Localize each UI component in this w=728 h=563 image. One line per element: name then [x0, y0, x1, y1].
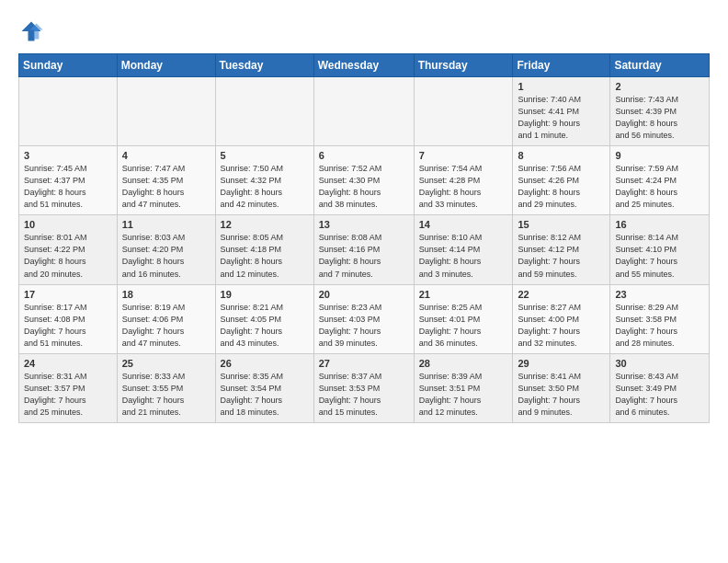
calendar-cell — [313, 77, 414, 146]
calendar-cell: 9Sunrise: 7:59 AM Sunset: 4:24 PM Daylig… — [610, 146, 710, 215]
calendar-cell: 13Sunrise: 8:08 AM Sunset: 4:16 PM Dayli… — [313, 215, 414, 284]
col-header-thursday: Thursday — [414, 54, 513, 77]
calendar-cell: 23Sunrise: 8:29 AM Sunset: 3:58 PM Dayli… — [610, 284, 710, 353]
calendar: SundayMondayTuesdayWednesdayThursdayFrid… — [18, 53, 710, 423]
day-number: 21 — [419, 289, 508, 300]
day-number: 23 — [615, 289, 704, 300]
day-number: 27 — [319, 358, 409, 369]
day-info: Sunrise: 8:31 AM Sunset: 3:57 PM Dayligh… — [24, 371, 112, 419]
day-number: 24 — [24, 358, 112, 369]
calendar-cell: 10Sunrise: 8:01 AM Sunset: 4:22 PM Dayli… — [19, 215, 118, 284]
calendar-cell: 29Sunrise: 8:41 AM Sunset: 3:50 PM Dayli… — [513, 353, 610, 422]
col-header-wednesday: Wednesday — [313, 54, 414, 77]
day-info: Sunrise: 8:21 AM Sunset: 4:05 PM Dayligh… — [221, 302, 309, 350]
calendar-cell: 19Sunrise: 8:21 AM Sunset: 4:05 PM Dayli… — [215, 284, 313, 353]
calendar-cell — [117, 77, 215, 146]
calendar-cell: 21Sunrise: 8:25 AM Sunset: 4:01 PM Dayli… — [414, 284, 513, 353]
calendar-cell: 20Sunrise: 8:23 AM Sunset: 4:03 PM Dayli… — [313, 284, 414, 353]
day-number: 16 — [615, 219, 704, 230]
calendar-cell: 2Sunrise: 7:43 AM Sunset: 4:39 PM Daylig… — [610, 77, 710, 146]
calendar-cell: 4Sunrise: 7:47 AM Sunset: 4:35 PM Daylig… — [117, 146, 215, 215]
calendar-cell: 6Sunrise: 7:52 AM Sunset: 4:30 PM Daylig… — [313, 146, 414, 215]
calendar-cell: 15Sunrise: 8:12 AM Sunset: 4:12 PM Dayli… — [513, 215, 610, 284]
day-number: 25 — [122, 358, 210, 369]
col-header-friday: Friday — [513, 54, 610, 77]
calendar-cell: 24Sunrise: 8:31 AM Sunset: 3:57 PM Dayli… — [19, 353, 118, 422]
calendar-cell — [414, 77, 513, 146]
day-number: 28 — [419, 358, 508, 369]
calendar-cell: 14Sunrise: 8:10 AM Sunset: 4:14 PM Dayli… — [414, 215, 513, 284]
day-info: Sunrise: 8:29 AM Sunset: 3:58 PM Dayligh… — [615, 302, 704, 350]
day-info: Sunrise: 8:41 AM Sunset: 3:50 PM Dayligh… — [518, 371, 605, 419]
day-info: Sunrise: 7:45 AM Sunset: 4:37 PM Dayligh… — [24, 163, 112, 211]
calendar-cell: 18Sunrise: 8:19 AM Sunset: 4:06 PM Dayli… — [117, 284, 215, 353]
day-info: Sunrise: 8:25 AM Sunset: 4:01 PM Dayligh… — [419, 302, 508, 350]
day-number: 1 — [518, 81, 605, 92]
day-info: Sunrise: 8:05 AM Sunset: 4:18 PM Dayligh… — [221, 232, 309, 280]
calendar-cell: 22Sunrise: 8:27 AM Sunset: 4:00 PM Dayli… — [513, 284, 610, 353]
day-number: 6 — [319, 150, 409, 161]
day-number: 5 — [221, 150, 309, 161]
calendar-cell: 26Sunrise: 8:35 AM Sunset: 3:54 PM Dayli… — [215, 353, 313, 422]
day-info: Sunrise: 8:01 AM Sunset: 4:22 PM Dayligh… — [24, 232, 112, 280]
day-info: Sunrise: 8:08 AM Sunset: 4:16 PM Dayligh… — [319, 232, 409, 280]
day-info: Sunrise: 7:43 AM Sunset: 4:39 PM Dayligh… — [615, 94, 704, 142]
day-number: 22 — [518, 289, 605, 300]
day-info: Sunrise: 7:52 AM Sunset: 4:30 PM Dayligh… — [319, 163, 409, 211]
col-header-monday: Monday — [117, 54, 215, 77]
col-header-tuesday: Tuesday — [215, 54, 313, 77]
day-number: 19 — [221, 289, 309, 300]
day-number: 30 — [615, 358, 704, 369]
day-number: 17 — [24, 289, 112, 300]
logo-icon — [18, 18, 44, 44]
calendar-cell: 28Sunrise: 8:39 AM Sunset: 3:51 PM Dayli… — [414, 353, 513, 422]
week-row-0: 1Sunrise: 7:40 AM Sunset: 4:41 PM Daylig… — [19, 77, 710, 146]
calendar-cell: 8Sunrise: 7:56 AM Sunset: 4:26 PM Daylig… — [513, 146, 610, 215]
calendar-cell — [215, 77, 313, 146]
day-number: 2 — [615, 81, 704, 92]
day-number: 20 — [319, 289, 409, 300]
calendar-cell: 27Sunrise: 8:37 AM Sunset: 3:53 PM Dayli… — [313, 353, 414, 422]
day-info: Sunrise: 8:39 AM Sunset: 3:51 PM Dayligh… — [419, 371, 508, 419]
day-info: Sunrise: 8:03 AM Sunset: 4:20 PM Dayligh… — [122, 232, 210, 280]
day-info: Sunrise: 8:23 AM Sunset: 4:03 PM Dayligh… — [319, 302, 409, 350]
day-number: 4 — [122, 150, 210, 161]
day-info: Sunrise: 7:47 AM Sunset: 4:35 PM Dayligh… — [122, 163, 210, 211]
week-row-4: 24Sunrise: 8:31 AM Sunset: 3:57 PM Dayli… — [19, 353, 710, 422]
day-number: 8 — [518, 150, 605, 161]
week-row-1: 3Sunrise: 7:45 AM Sunset: 4:37 PM Daylig… — [19, 146, 710, 215]
day-number: 3 — [24, 150, 112, 161]
calendar-cell: 1Sunrise: 7:40 AM Sunset: 4:41 PM Daylig… — [513, 77, 610, 146]
day-info: Sunrise: 8:35 AM Sunset: 3:54 PM Dayligh… — [221, 371, 309, 419]
day-info: Sunrise: 8:27 AM Sunset: 4:00 PM Dayligh… — [518, 302, 605, 350]
col-header-sunday: Sunday — [19, 54, 118, 77]
day-number: 29 — [518, 358, 605, 369]
day-info: Sunrise: 8:33 AM Sunset: 3:55 PM Dayligh… — [122, 371, 210, 419]
day-info: Sunrise: 8:37 AM Sunset: 3:53 PM Dayligh… — [319, 371, 409, 419]
calendar-cell: 25Sunrise: 8:33 AM Sunset: 3:55 PM Dayli… — [117, 353, 215, 422]
header — [18, 15, 710, 44]
calendar-cell — [19, 77, 118, 146]
calendar-cell: 5Sunrise: 7:50 AM Sunset: 4:32 PM Daylig… — [215, 146, 313, 215]
day-info: Sunrise: 7:50 AM Sunset: 4:32 PM Dayligh… — [221, 163, 309, 211]
calendar-cell: 30Sunrise: 8:43 AM Sunset: 3:49 PM Dayli… — [610, 353, 710, 422]
day-info: Sunrise: 8:10 AM Sunset: 4:14 PM Dayligh… — [419, 232, 508, 280]
calendar-cell: 17Sunrise: 8:17 AM Sunset: 4:08 PM Dayli… — [19, 284, 118, 353]
day-number: 14 — [419, 219, 508, 230]
day-info: Sunrise: 8:19 AM Sunset: 4:06 PM Dayligh… — [122, 302, 210, 350]
calendar-cell: 11Sunrise: 8:03 AM Sunset: 4:20 PM Dayli… — [117, 215, 215, 284]
day-number: 18 — [122, 289, 210, 300]
day-info: Sunrise: 7:59 AM Sunset: 4:24 PM Dayligh… — [615, 163, 704, 211]
calendar-cell: 3Sunrise: 7:45 AM Sunset: 4:37 PM Daylig… — [19, 146, 118, 215]
day-number: 15 — [518, 219, 605, 230]
week-row-2: 10Sunrise: 8:01 AM Sunset: 4:22 PM Dayli… — [19, 215, 710, 284]
calendar-header-row: SundayMondayTuesdayWednesdayThursdayFrid… — [19, 54, 710, 77]
day-number: 10 — [24, 219, 112, 230]
day-number: 26 — [221, 358, 309, 369]
day-number: 11 — [122, 219, 210, 230]
day-number: 7 — [419, 150, 508, 161]
calendar-cell: 12Sunrise: 8:05 AM Sunset: 4:18 PM Dayli… — [215, 215, 313, 284]
day-info: Sunrise: 8:17 AM Sunset: 4:08 PM Dayligh… — [24, 302, 112, 350]
day-info: Sunrise: 8:43 AM Sunset: 3:49 PM Dayligh… — [615, 371, 704, 419]
logo — [18, 15, 48, 44]
